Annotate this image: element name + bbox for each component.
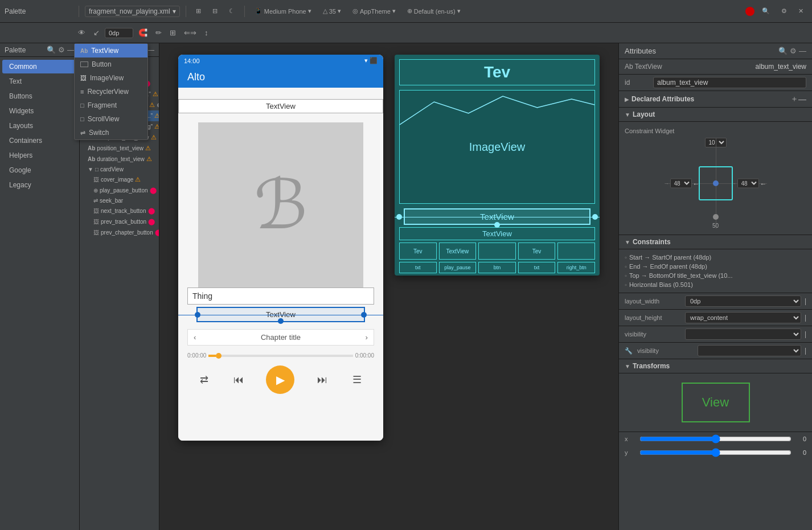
palette-search-btn[interactable]: 🔍: [47, 46, 56, 54]
tree-item-duration-text[interactable]: Ab duration_text_view ⚠: [80, 154, 159, 165]
component-switch[interactable]: ⇌ Switch: [75, 126, 147, 139]
visibility-select[interactable]: [685, 328, 801, 340]
cd-left-select[interactable]: 48: [670, 179, 692, 188]
constraints-section[interactable]: ▼ Constraints: [619, 235, 812, 249]
attr-gear-btn[interactable]: ⚙: [790, 47, 797, 55]
declared-attrs-section[interactable]: ▶ Declared Attributes ＋ —: [619, 91, 812, 108]
progress-track[interactable]: [208, 355, 352, 357]
attr-id-input[interactable]: [653, 77, 806, 88]
component-textview[interactable]: Ab TextView: [75, 44, 147, 57]
visibility-tools-expand-btn[interactable]: |: [805, 347, 806, 355]
bp-handle-right[interactable]: [592, 214, 598, 220]
tree-item-cover-image[interactable]: 🖼 cover_image ⚠: [80, 174, 159, 185]
layout-section[interactable]: ▼ Layout: [619, 108, 812, 122]
tree-item-play-pause[interactable]: ⊕ play_pause_button ⬤: [80, 185, 159, 196]
transforms-section[interactable]: ▼ Transforms: [619, 359, 812, 373]
palette-nav-legacy[interactable]: Legacy: [2, 178, 77, 192]
component-button[interactable]: Button: [75, 57, 147, 71]
night-mode-btn[interactable]: ☾: [225, 6, 239, 17]
component-fragment[interactable]: □ Fragment: [75, 98, 147, 112]
file-name-dropdown[interactable]: fragment_now_playing.xml ▾: [85, 6, 180, 17]
handle-right[interactable]: [361, 312, 367, 318]
bp-handle-bottom[interactable]: [494, 222, 500, 228]
component-imageview[interactable]: 🖼 ImageView: [75, 71, 147, 85]
attr-search-icon-btn[interactable]: 🔍: [778, 47, 788, 55]
canvas-area[interactable]: 14:00 ▾ ⬛ Alto TextView ℬ Thing: [159, 43, 618, 530]
api-level-dropdown[interactable]: △ 35 ▾: [319, 6, 345, 17]
locale-dropdown[interactable]: ⊕ Default (en-us) ▾: [403, 6, 465, 17]
pointer-btn[interactable]: ↙: [91, 27, 102, 39]
queue-btn[interactable]: ☰: [350, 371, 364, 388]
rotation-y-slider[interactable]: [639, 448, 792, 457]
warn-badge-3: ⚠: [153, 91, 158, 98]
attr-close-icon-btn[interactable]: —: [799, 47, 806, 55]
cd-right-select[interactable]: 48: [737, 179, 759, 188]
img-icon-14: 🖼: [93, 208, 99, 214]
attr-close-btn[interactable]: ✕: [794, 6, 807, 17]
shuffle-btn[interactable]: ⇄: [198, 371, 211, 388]
tree-item-prev-chapter[interactable]: 🖼 prev_chapter_button ⬤: [80, 227, 159, 238]
component-recyclerview[interactable]: ≡ RecyclerView: [75, 85, 147, 98]
palette-nav-layouts[interactable]: Layouts: [2, 119, 77, 133]
visibility-expand-btn[interactable]: |: [805, 330, 806, 338]
eye-btn[interactable]: 👁: [75, 27, 88, 39]
recyclerview-icon: ≡: [80, 88, 84, 95]
tree-item-position-text[interactable]: Ab position_text_view ⚠: [80, 143, 159, 154]
dp-input[interactable]: [105, 28, 133, 38]
bp-textview-selected[interactable]: TextView: [404, 208, 590, 225]
tree-item-next-track[interactable]: 🖼 next_track_button ⬤: [80, 206, 159, 216]
bp-handle-left[interactable]: [396, 214, 402, 220]
handle-bottom[interactable]: [278, 318, 284, 324]
attr-class-name: Ab TextView: [625, 63, 662, 71]
bp-selected-row: TextView ◀ ▶: [399, 208, 595, 225]
layout-width-expand-btn[interactable]: |: [805, 297, 806, 305]
align-h-btn[interactable]: ⇐⇒: [181, 27, 199, 39]
palette-nav-containers[interactable]: Containers: [2, 134, 77, 147]
layout-width-select[interactable]: 0dp: [685, 295, 801, 307]
palette-nav-common[interactable]: Common: [2, 60, 77, 73]
layout-height-expand-btn[interactable]: |: [805, 314, 806, 322]
declared-attrs-add-btn[interactable]: ＋: [790, 94, 798, 104]
palette-nav-helpers[interactable]: Helpers: [2, 149, 77, 162]
attr-settings-btn[interactable]: ⚙: [777, 6, 791, 17]
blueprint-mode-btn[interactable]: ⊟: [208, 6, 222, 17]
palette-nav-text[interactable]: Text: [2, 75, 77, 88]
next-track-btn[interactable]: ⏭: [315, 372, 330, 388]
handle-left[interactable]: [195, 312, 200, 318]
play-pause-btn[interactable]: ▶: [266, 365, 294, 394]
palette-nav: Common Text Buttons Widgets Layouts Cont…: [0, 57, 79, 195]
align-v-btn[interactable]: ↕: [202, 27, 211, 39]
chapter-next-btn[interactable]: ›: [360, 330, 374, 345]
layout-height-select[interactable]: wrap_content: [685, 312, 801, 323]
attributes-panel: Attributes 🔍 ⚙ — Ab TextView album_text_…: [618, 43, 812, 530]
constraint-item-3: ◦ Top → BottomOf title_text_view (10...: [625, 271, 806, 280]
theme-dropdown[interactable]: ◎ AppTheme ▾: [348, 6, 400, 17]
constraints-title: Constraints: [633, 238, 806, 246]
palette-nav-widgets[interactable]: Widgets: [2, 104, 77, 118]
bp-imageview-label: ImageView: [469, 141, 526, 154]
selected-textview[interactable]: TextView: [196, 307, 365, 322]
eraser-btn[interactable]: ✏: [153, 27, 165, 39]
palette-settings-btn[interactable]: ⚙: [58, 46, 65, 54]
tree-item-seek-bar[interactable]: ⇌ seek_bar: [80, 196, 159, 206]
imageview-icon: 🖼: [80, 75, 87, 81]
visibility-tools-select[interactable]: [698, 345, 801, 356]
device-dropdown[interactable]: 📱 Medium Phone ▾: [251, 6, 315, 17]
main-content: Palette 🔍 ⚙ — Common Text Buttons Widget…: [0, 43, 812, 530]
palette-nav-google[interactable]: Google: [2, 163, 77, 177]
tree-item-cardview[interactable]: ▼ □ cardView: [80, 165, 159, 174]
component-scrollview[interactable]: □ ScrollView: [75, 112, 147, 126]
palette-nav-buttons[interactable]: Buttons: [2, 89, 77, 103]
declared-attrs-more-btn[interactable]: —: [798, 95, 806, 104]
tree-item-prev-track[interactable]: 🖼 prev_track_button ⬤: [80, 216, 159, 227]
declared-attrs-toggle: ▶: [625, 96, 629, 102]
prev-track-btn[interactable]: ⏮: [231, 372, 246, 388]
progress-fill: [208, 355, 216, 357]
progress-thumb[interactable]: [216, 353, 222, 359]
design-mode-btn[interactable]: ⊞: [192, 6, 205, 17]
chapter-prev-btn[interactable]: ‹: [188, 330, 202, 345]
attr-search-btn[interactable]: 🔍: [758, 6, 774, 17]
magnet-btn[interactable]: 🧲: [136, 27, 150, 39]
rotation-x-slider[interactable]: [639, 434, 792, 443]
grid-btn[interactable]: ⊞: [167, 27, 179, 39]
